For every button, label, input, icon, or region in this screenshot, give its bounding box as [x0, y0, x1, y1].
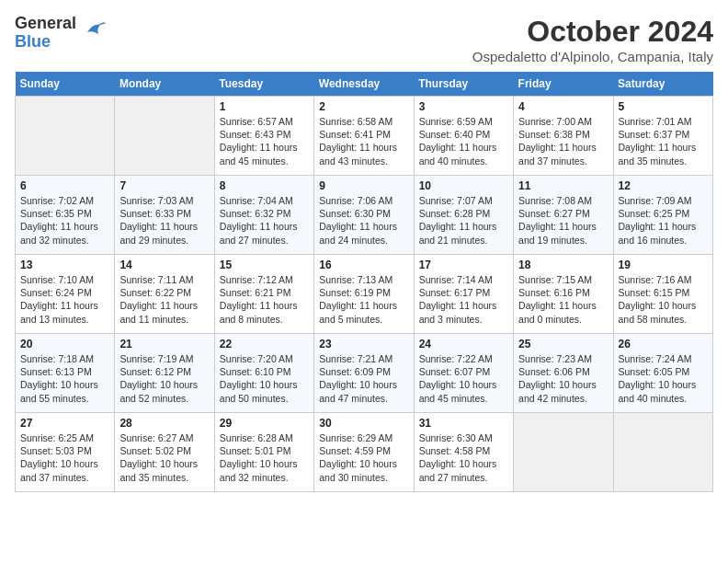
day-number: 12: [619, 179, 708, 192]
day-number: 21: [119, 338, 209, 350]
day-number: 7: [119, 179, 209, 192]
weekday-header-tuesday: Tuesday: [214, 72, 313, 97]
day-info: Sunrise: 7:14 AMSunset: 6:17 PMDaylight:…: [419, 273, 508, 326]
calendar-body: 1Sunrise: 6:57 AMSunset: 6:43 PMDaylight…: [16, 97, 713, 492]
day-info: Sunrise: 6:27 AMSunset: 5:02 PMDaylight:…: [119, 431, 209, 484]
day-info: Sunrise: 6:58 AMSunset: 6:41 PMDaylight:…: [319, 115, 408, 167]
weekday-header-monday: Monday: [115, 72, 214, 97]
calendar-week-4: 20Sunrise: 7:18 AMSunset: 6:13 PMDayligh…: [16, 334, 713, 413]
calendar-cell: 9Sunrise: 7:06 AMSunset: 6:30 PMDaylight…: [314, 176, 414, 255]
day-info: Sunrise: 7:22 AMSunset: 6:07 PMDaylight:…: [419, 352, 508, 405]
logo-general: General: [15, 15, 76, 33]
calendar-cell: 24Sunrise: 7:22 AMSunset: 6:07 PMDayligh…: [414, 334, 513, 413]
calendar-cell: 8Sunrise: 7:04 AMSunset: 6:32 PMDaylight…: [214, 176, 313, 255]
calendar-cell: 22Sunrise: 7:20 AMSunset: 6:10 PMDayligh…: [214, 334, 313, 413]
calendar-week-2: 6Sunrise: 7:02 AMSunset: 6:35 PMDaylight…: [16, 176, 713, 255]
day-number: 29: [220, 417, 309, 430]
day-info: Sunrise: 7:16 AMSunset: 6:15 PMDaylight:…: [619, 273, 708, 326]
weekday-header-wednesday: Wednesday: [314, 72, 414, 97]
calendar-cell: [613, 413, 712, 492]
calendar-cell: 30Sunrise: 6:29 AMSunset: 4:59 PMDayligh…: [314, 413, 414, 492]
logo-bird-icon: [80, 16, 108, 47]
title-section: October 2024 Ospedaletto d'Alpinolo, Cam…: [472, 15, 713, 64]
day-number: 8: [220, 179, 309, 192]
calendar-cell: 29Sunrise: 6:28 AMSunset: 5:01 PMDayligh…: [214, 413, 313, 492]
month-title: October 2024: [472, 15, 713, 49]
day-info: Sunrise: 7:12 AMSunset: 6:21 PMDaylight:…: [220, 273, 309, 326]
calendar-cell: 13Sunrise: 7:10 AMSunset: 6:24 PMDayligh…: [16, 255, 115, 334]
day-info: Sunrise: 7:02 AMSunset: 6:35 PMDaylight:…: [20, 194, 109, 247]
calendar-cell: 14Sunrise: 7:11 AMSunset: 6:22 PMDayligh…: [115, 255, 214, 334]
day-number: 24: [419, 338, 508, 350]
weekday-header-thursday: Thursday: [414, 72, 513, 97]
day-number: 14: [119, 259, 209, 271]
calendar-cell: [514, 413, 613, 492]
day-number: 15: [220, 259, 309, 271]
day-info: Sunrise: 7:15 AMSunset: 6:16 PMDaylight:…: [518, 273, 608, 326]
weekday-header-saturday: Saturday: [613, 72, 712, 97]
day-info: Sunrise: 6:57 AMSunset: 6:43 PMDaylight:…: [220, 115, 309, 167]
calendar-table: SundayMondayTuesdayWednesdayThursdayFrid…: [15, 72, 713, 492]
day-info: Sunrise: 6:28 AMSunset: 5:01 PMDaylight:…: [220, 431, 309, 484]
day-number: 20: [20, 338, 109, 350]
day-info: Sunrise: 6:25 AMSunset: 5:03 PMDaylight:…: [20, 431, 109, 484]
day-number: 9: [319, 179, 408, 192]
day-info: Sunrise: 7:00 AMSunset: 6:38 PMDaylight:…: [518, 115, 608, 167]
calendar-cell: 16Sunrise: 7:13 AMSunset: 6:19 PMDayligh…: [314, 255, 414, 334]
day-number: 16: [319, 259, 408, 271]
day-number: 18: [518, 259, 608, 271]
day-number: 30: [319, 417, 408, 430]
day-info: Sunrise: 7:08 AMSunset: 6:27 PMDaylight:…: [518, 194, 608, 247]
day-info: Sunrise: 6:29 AMSunset: 4:59 PMDaylight:…: [319, 431, 408, 484]
calendar-cell: 20Sunrise: 7:18 AMSunset: 6:13 PMDayligh…: [16, 334, 115, 413]
calendar-cell: [16, 97, 115, 176]
day-info: Sunrise: 7:09 AMSunset: 6:25 PMDaylight:…: [619, 194, 708, 247]
calendar-cell: 27Sunrise: 6:25 AMSunset: 5:03 PMDayligh…: [16, 413, 115, 492]
day-info: Sunrise: 7:20 AMSunset: 6:10 PMDaylight:…: [220, 352, 309, 405]
day-number: 6: [20, 179, 109, 192]
day-info: Sunrise: 7:21 AMSunset: 6:09 PMDaylight:…: [319, 352, 408, 405]
calendar-cell: 2Sunrise: 6:58 AMSunset: 6:41 PMDaylight…: [314, 97, 414, 176]
calendar-cell: 17Sunrise: 7:14 AMSunset: 6:17 PMDayligh…: [414, 255, 513, 334]
day-number: 4: [518, 100, 608, 113]
calendar-cell: 3Sunrise: 6:59 AMSunset: 6:40 PMDaylight…: [414, 97, 513, 176]
weekday-header-sunday: Sunday: [16, 72, 115, 97]
day-info: Sunrise: 7:24 AMSunset: 6:05 PMDaylight:…: [619, 352, 708, 405]
day-number: 22: [220, 338, 309, 350]
day-info: Sunrise: 7:11 AMSunset: 6:22 PMDaylight:…: [119, 273, 209, 326]
day-info: Sunrise: 7:06 AMSunset: 6:30 PMDaylight:…: [319, 194, 408, 247]
logo: General Blue: [15, 15, 108, 52]
calendar-cell: 23Sunrise: 7:21 AMSunset: 6:09 PMDayligh…: [314, 334, 414, 413]
calendar-cell: 4Sunrise: 7:00 AMSunset: 6:38 PMDaylight…: [514, 97, 613, 176]
page-header: General Blue October 2024 Ospedaletto d'…: [15, 15, 713, 64]
calendar-cell: 28Sunrise: 6:27 AMSunset: 5:02 PMDayligh…: [115, 413, 214, 492]
calendar-cell: 26Sunrise: 7:24 AMSunset: 6:05 PMDayligh…: [613, 334, 712, 413]
day-info: Sunrise: 7:19 AMSunset: 6:12 PMDaylight:…: [119, 352, 209, 405]
location-title: Ospedaletto d'Alpinolo, Campania, Italy: [472, 49, 713, 64]
calendar-cell: 31Sunrise: 6:30 AMSunset: 4:58 PMDayligh…: [414, 413, 513, 492]
day-info: Sunrise: 7:04 AMSunset: 6:32 PMDaylight:…: [220, 194, 309, 247]
weekday-header-friday: Friday: [514, 72, 613, 97]
calendar-cell: 5Sunrise: 7:01 AMSunset: 6:37 PMDaylight…: [613, 97, 712, 176]
day-info: Sunrise: 7:07 AMSunset: 6:28 PMDaylight:…: [419, 194, 508, 247]
day-info: Sunrise: 7:10 AMSunset: 6:24 PMDaylight:…: [20, 273, 109, 326]
weekday-header-row: SundayMondayTuesdayWednesdayThursdayFrid…: [16, 72, 713, 97]
calendar-week-5: 27Sunrise: 6:25 AMSunset: 5:03 PMDayligh…: [16, 413, 713, 492]
calendar-cell: [115, 97, 214, 176]
day-info: Sunrise: 7:18 AMSunset: 6:13 PMDaylight:…: [20, 352, 109, 405]
calendar-cell: 18Sunrise: 7:15 AMSunset: 6:16 PMDayligh…: [514, 255, 613, 334]
day-info: Sunrise: 7:01 AMSunset: 6:37 PMDaylight:…: [619, 115, 708, 167]
day-number: 26: [619, 338, 708, 350]
calendar-week-3: 13Sunrise: 7:10 AMSunset: 6:24 PMDayligh…: [16, 255, 713, 334]
day-info: Sunrise: 7:23 AMSunset: 6:06 PMDaylight:…: [518, 352, 608, 405]
day-number: 10: [419, 179, 508, 192]
calendar-cell: 25Sunrise: 7:23 AMSunset: 6:06 PMDayligh…: [514, 334, 613, 413]
day-number: 17: [419, 259, 508, 271]
calendar-cell: 10Sunrise: 7:07 AMSunset: 6:28 PMDayligh…: [414, 176, 513, 255]
calendar-cell: 7Sunrise: 7:03 AMSunset: 6:33 PMDaylight…: [115, 176, 214, 255]
calendar-cell: 19Sunrise: 7:16 AMSunset: 6:15 PMDayligh…: [613, 255, 712, 334]
day-info: Sunrise: 7:13 AMSunset: 6:19 PMDaylight:…: [319, 273, 408, 326]
day-number: 19: [619, 259, 708, 271]
day-number: 5: [619, 100, 708, 113]
day-number: 31: [419, 417, 508, 430]
